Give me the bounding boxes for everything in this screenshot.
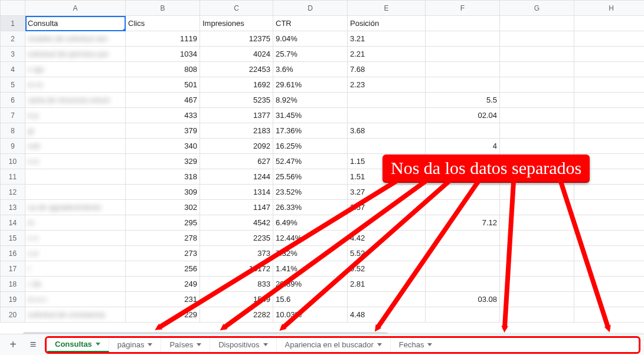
- cell-B5[interactable]: 501: [126, 77, 200, 93]
- column-header-C[interactable]: C: [200, 1, 273, 16]
- cell-E12[interactable]: 3.27: [348, 185, 426, 200]
- cell-A1[interactable]: Consulta: [25, 16, 126, 31]
- cell-D5[interactable]: 29.61%: [273, 77, 348, 93]
- cell-E20[interactable]: 4.48: [348, 307, 426, 323]
- cell-C12[interactable]: 1314: [200, 185, 273, 200]
- cell-A16[interactable]: s e: [25, 246, 126, 261]
- cell-D4[interactable]: 3.6%: [273, 62, 348, 77]
- cell-A13[interactable]: ca de agradecimiento: [25, 200, 126, 215]
- cell-H7[interactable]: [574, 108, 645, 123]
- cell-A7[interactable]: e p: [25, 108, 126, 123]
- cell-E9[interactable]: [348, 139, 426, 154]
- cell-F20[interactable]: [426, 307, 500, 323]
- cell-H15[interactable]: [574, 231, 645, 246]
- cell-E13[interactable]: 2.57: [348, 200, 426, 215]
- row-header[interactable]: 4: [1, 62, 25, 77]
- cell-H4[interactable]: [574, 62, 645, 77]
- cell-E7[interactable]: [348, 108, 426, 123]
- cell-G2[interactable]: [500, 31, 574, 47]
- sheet-tab-paises[interactable]: Países: [161, 338, 210, 352]
- cell-C17[interactable]: 18172: [200, 261, 273, 277]
- row-header[interactable]: 7: [1, 108, 25, 123]
- cell-B15[interactable]: 278: [126, 231, 200, 246]
- cell-A11[interactable]: [25, 169, 126, 185]
- cell-C16[interactable]: 373: [200, 246, 273, 261]
- cell-H16[interactable]: [574, 246, 645, 261]
- cell-D20[interactable]: 10.03%: [273, 307, 348, 323]
- cell-D10[interactable]: 52.47%: [273, 154, 348, 169]
- cell-F16[interactable]: [426, 246, 500, 261]
- cell-C11[interactable]: 1244: [200, 169, 273, 185]
- cell-D11[interactable]: 25.56%: [273, 169, 348, 185]
- cell-G3[interactable]: [500, 47, 574, 62]
- cell-A8[interactable]: gi: [25, 123, 126, 139]
- cell-C18[interactable]: 833: [200, 277, 273, 292]
- cell-D18[interactable]: 29.89%: [273, 277, 348, 292]
- cell-H5[interactable]: [574, 77, 645, 93]
- cell-E16[interactable]: 5.52: [348, 246, 426, 261]
- cell-H2[interactable]: [574, 31, 645, 47]
- cell-D17[interactable]: 1.41%: [273, 261, 348, 277]
- cell-B20[interactable]: 229: [126, 307, 200, 323]
- cell-F13[interactable]: [426, 200, 500, 215]
- cell-H3[interactable]: [574, 47, 645, 62]
- cell-C2[interactable]: 12375: [200, 31, 273, 47]
- cell-E3[interactable]: 2.21: [348, 47, 426, 62]
- cell-E2[interactable]: 3.21: [348, 31, 426, 47]
- sheet-tab-consultas[interactable]: Consultas: [47, 338, 109, 352]
- cell-H13[interactable]: [574, 200, 645, 215]
- cell-B4[interactable]: 808: [126, 62, 200, 77]
- cell-E5[interactable]: 2.23: [348, 77, 426, 93]
- cell-B12[interactable]: 309: [126, 185, 200, 200]
- cell-F9[interactable]: 4: [426, 139, 500, 154]
- cell-G4[interactable]: [500, 62, 574, 77]
- cell-A15[interactable]: c n: [25, 231, 126, 246]
- all-sheets-button[interactable]: ≡: [25, 337, 41, 353]
- cell-F5[interactable]: [426, 77, 500, 93]
- cell-D19[interactable]: 15.6: [273, 292, 348, 307]
- sheet-tab-dispositivos[interactable]: Dispositivos: [210, 338, 276, 352]
- cell-B16[interactable]: 273: [126, 246, 200, 261]
- column-header-D[interactable]: D: [273, 1, 348, 16]
- cell-E19[interactable]: [348, 292, 426, 307]
- cell-B11[interactable]: 318: [126, 169, 200, 185]
- cell-C3[interactable]: 4024: [200, 47, 273, 62]
- cell-D1[interactable]: CTR: [273, 16, 348, 31]
- cell-C15[interactable]: 2235: [200, 231, 273, 246]
- cell-A19[interactable]: m e c: [25, 292, 126, 307]
- row-header[interactable]: 3: [1, 47, 25, 62]
- cell-C14[interactable]: 4542: [200, 215, 273, 231]
- cell-B19[interactable]: 231: [126, 292, 200, 307]
- cell-B14[interactable]: 295: [126, 215, 200, 231]
- cell-F3[interactable]: [426, 47, 500, 62]
- cell-F2[interactable]: [426, 31, 500, 47]
- cell-F19[interactable]: 03.08: [426, 292, 500, 307]
- sheet-tab-fechas[interactable]: Fechas: [391, 338, 441, 352]
- cell-H18[interactable]: [574, 277, 645, 292]
- row-header[interactable]: 8: [1, 123, 25, 139]
- cell-D3[interactable]: 25.7%: [273, 47, 348, 62]
- cell-B18[interactable]: 249: [126, 277, 200, 292]
- column-header-A[interactable]: A: [25, 1, 126, 16]
- cell-D6[interactable]: 8.92%: [273, 93, 348, 108]
- cell-H6[interactable]: [574, 93, 645, 108]
- row-header[interactable]: 11: [1, 169, 25, 185]
- cell-A5[interactable]: m m: [25, 77, 126, 93]
- cell-A10[interactable]: n e: [25, 154, 126, 169]
- cell-G8[interactable]: [500, 123, 574, 139]
- row-header[interactable]: 6: [1, 93, 25, 108]
- cell-A4[interactable]: c ajo: [25, 62, 126, 77]
- cell-H14[interactable]: [574, 215, 645, 231]
- sheet-tab-apariencia[interactable]: Apariencia en el buscador: [277, 338, 391, 352]
- cell-A2[interactable]: modelo de solicitud sim: [25, 31, 126, 47]
- cell-H8[interactable]: [574, 123, 645, 139]
- row-header[interactable]: 2: [1, 31, 25, 47]
- cell-D12[interactable]: 23.52%: [273, 185, 348, 200]
- cell-B10[interactable]: 329: [126, 154, 200, 169]
- row-header[interactable]: 9: [1, 139, 25, 154]
- cell-H20[interactable]: [574, 307, 645, 323]
- cell-G5[interactable]: [500, 77, 574, 93]
- cell-A18[interactable]: r de: [25, 277, 126, 292]
- cell-G20[interactable]: [500, 307, 574, 323]
- cell-A20[interactable]: solicitud de constancia: [25, 307, 126, 323]
